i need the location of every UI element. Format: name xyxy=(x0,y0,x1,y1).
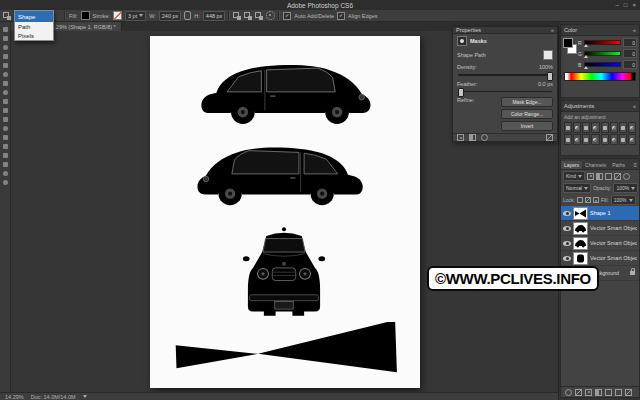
marquee-tool-icon[interactable] xyxy=(3,36,8,41)
mask-edge-button[interactable]: Mask Edge... xyxy=(501,97,553,107)
clone-stamp-tool-icon[interactable] xyxy=(3,99,8,104)
layer-thumbnail[interactable] xyxy=(573,252,588,265)
move-tool-icon[interactable] xyxy=(3,27,8,32)
layer-name[interactable]: Vector Smart Object xyxy=(590,240,637,246)
green-slider[interactable] xyxy=(584,51,621,56)
layer-row-vector-smart-object-3[interactable]: Vector Smart Object xyxy=(561,251,639,266)
layer-name[interactable]: Vector Smart Object xyxy=(590,225,637,231)
adjustment-vibrance-icon[interactable] xyxy=(601,122,609,133)
new-adjustment-layer-icon[interactable] xyxy=(595,389,602,396)
blend-mode-select[interactable]: Normal xyxy=(563,183,591,193)
zoom-tool-icon[interactable] xyxy=(3,180,8,185)
lock-transparency-icon[interactable] xyxy=(577,197,583,203)
foreground-color-swatch[interactable] xyxy=(563,38,573,48)
stroke-swatch[interactable] xyxy=(113,11,122,20)
green-value-field[interactable]: 0 xyxy=(623,49,637,58)
apply-mask-icon[interactable] xyxy=(469,134,476,141)
red-value-field[interactable]: 0 xyxy=(623,38,637,47)
tab-paths[interactable]: Paths xyxy=(609,161,628,169)
link-layers-icon[interactable] xyxy=(565,389,572,396)
feather-slider-knob[interactable] xyxy=(458,88,464,97)
zoom-level-field[interactable]: 14.29% xyxy=(5,394,24,400)
vector-mask-thumbnail-icon[interactable] xyxy=(543,50,553,60)
color-panel-title[interactable]: Color xyxy=(564,27,577,33)
layer-name[interactable]: Shape 1 xyxy=(590,210,611,216)
density-slider-knob[interactable] xyxy=(547,72,553,81)
maximize-button[interactable]: □ xyxy=(624,2,628,8)
adjustment-threshold-icon[interactable] xyxy=(610,134,618,145)
layer-row-shape-1[interactable]: Shape 1 xyxy=(561,206,639,221)
align-edges-checkbox[interactable]: ✓ xyxy=(337,12,345,20)
adjustment-color-balance-icon[interactable] xyxy=(619,122,627,133)
red-slider[interactable] xyxy=(584,40,621,45)
filter-pixel-layers-icon[interactable] xyxy=(587,173,594,180)
fill-swatch[interactable] xyxy=(81,11,90,20)
gradient-tool-icon[interactable] xyxy=(3,117,8,122)
crop-tool-icon[interactable] xyxy=(3,63,8,68)
layer-thumbnail[interactable] xyxy=(573,207,588,220)
layer-name[interactable]: Vector Smart Object xyxy=(590,255,637,261)
healing-brush-tool-icon[interactable] xyxy=(3,81,8,86)
visibility-eye-icon[interactable] xyxy=(563,211,571,216)
layer-style-fx-icon[interactable] xyxy=(575,389,582,396)
adjustment-exposure-icon[interactable] xyxy=(591,122,599,133)
shape-width-field[interactable]: 240 px xyxy=(159,11,182,21)
path-operations-icon[interactable] xyxy=(233,12,241,20)
blue-slider[interactable] xyxy=(584,62,621,67)
blur-tool-icon[interactable] xyxy=(3,126,8,131)
filter-smart-objects-icon[interactable] xyxy=(623,173,630,180)
collapse-panel-icon[interactable]: « xyxy=(633,27,636,33)
layer-row-vector-smart-object-2[interactable]: Vector Smart Object xyxy=(561,236,639,251)
density-value[interactable]: 100% xyxy=(539,64,553,70)
color-range-button[interactable]: Color Range... xyxy=(501,109,553,119)
tool-preset-icon[interactable] xyxy=(3,12,11,20)
delete-mask-icon[interactable] xyxy=(546,134,553,141)
collapse-panel-icon[interactable]: « xyxy=(551,27,554,33)
visibility-eye-icon[interactable] xyxy=(563,226,571,231)
adjustments-panel-title[interactable]: Adjustments xyxy=(564,103,594,109)
new-layer-icon[interactable] xyxy=(615,389,622,396)
link-dimensions-icon[interactable] xyxy=(184,11,191,20)
eraser-tool-icon[interactable] xyxy=(3,108,8,113)
gear-icon[interactable] xyxy=(266,11,275,20)
type-tool-icon[interactable] xyxy=(3,144,8,149)
pen-tool-icon[interactable] xyxy=(3,135,8,140)
panel-menu-icon[interactable]: ≡ xyxy=(630,161,639,169)
adjustment-posterize-icon[interactable] xyxy=(601,134,609,145)
eyedropper-tool-icon[interactable] xyxy=(3,72,8,77)
load-selection-icon[interactable] xyxy=(457,134,464,141)
color-spectrum-ramp[interactable] xyxy=(564,72,636,81)
filter-type-layers-icon[interactable] xyxy=(605,173,612,180)
delete-layer-icon[interactable] xyxy=(625,389,632,396)
layer-thumbnail[interactable] xyxy=(573,222,588,235)
filter-shape-layers-icon[interactable] xyxy=(614,173,621,180)
minimize-button[interactable]: – xyxy=(616,2,619,8)
status-options-icon[interactable] xyxy=(83,395,87,398)
adjustment-color-lookup-icon[interactable] xyxy=(582,134,590,145)
collapse-panel-icon[interactable]: « xyxy=(633,103,636,109)
adjustment-hue-saturation-icon[interactable] xyxy=(610,122,618,133)
adjustment-black-white-icon[interactable] xyxy=(628,122,636,133)
tool-mode-option-shape[interactable]: Shape xyxy=(15,11,53,22)
quick-selection-tool-icon[interactable] xyxy=(3,54,8,59)
brush-tool-icon[interactable] xyxy=(3,90,8,95)
adjustment-invert-icon[interactable] xyxy=(591,134,599,145)
filter-adjustment-layers-icon[interactable] xyxy=(596,173,603,180)
adjustment-brightness-contrast-icon[interactable] xyxy=(564,122,572,133)
adjustment-photo-filter-icon[interactable] xyxy=(564,134,572,145)
disable-mask-icon[interactable] xyxy=(481,134,488,141)
tool-mode-option-path[interactable]: Path xyxy=(15,22,53,31)
adjustment-selective-color-icon[interactable] xyxy=(619,134,627,145)
tab-channels[interactable]: Channels xyxy=(582,161,609,169)
adjustment-channel-mixer-icon[interactable] xyxy=(573,134,581,145)
lock-all-icon[interactable] xyxy=(593,197,599,203)
layer-row-vector-smart-object-1[interactable]: Vector Smart Object xyxy=(561,221,639,236)
path-selection-tool-icon[interactable] xyxy=(3,153,8,158)
tool-mode-option-pixels[interactable]: Pixels xyxy=(15,31,53,40)
auto-add-delete-checkbox[interactable]: ✓ xyxy=(283,12,291,20)
fill-field[interactable]: 100% xyxy=(611,195,636,205)
lasso-tool-icon[interactable] xyxy=(3,45,8,50)
adjustment-gradient-map-icon[interactable] xyxy=(628,134,636,145)
foreground-background-swatches[interactable] xyxy=(563,38,576,54)
path-arrange-icon[interactable] xyxy=(255,12,263,20)
